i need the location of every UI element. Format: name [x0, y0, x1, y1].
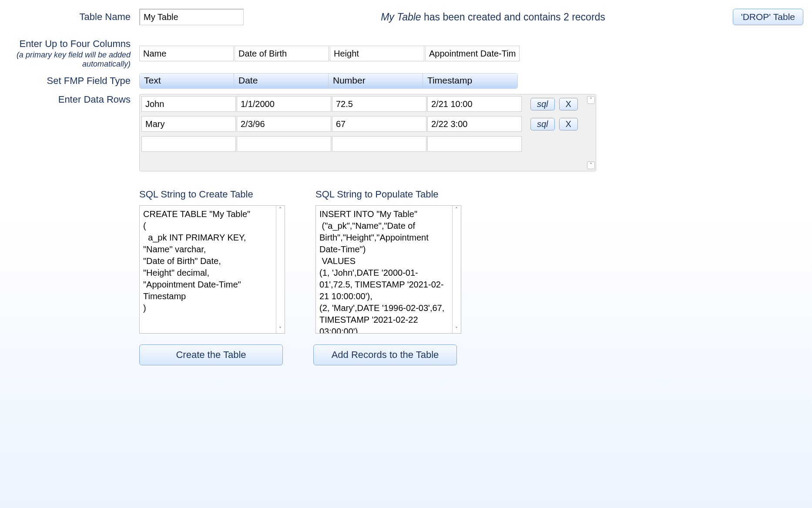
data-cell-r3c1[interactable] [141, 136, 236, 152]
label-columns-main: Enter Up to Four Columns [19, 38, 131, 49]
status-table-name: My Table [381, 11, 421, 23]
data-cell-r1c1[interactable] [141, 96, 236, 112]
label-columns-sub: (a primary key field will be added autom… [9, 50, 131, 69]
scroll-up-icon[interactable]: ˄ [587, 96, 595, 104]
table-name-input[interactable] [139, 9, 244, 25]
field-type-2[interactable]: Date [234, 74, 329, 88]
data-cell-r1c4[interactable] [427, 96, 522, 112]
label-field-type: Set FMP Field Type [9, 75, 139, 87]
label-table-name: Table Name [9, 11, 139, 23]
data-rows-panel: sql X sql X ˄ [139, 94, 596, 171]
row-sql-button[interactable]: sql [530, 98, 555, 110]
field-type-4[interactable]: Timestamp [423, 74, 517, 88]
column-name-4[interactable] [425, 46, 520, 61]
sql-populate-title: SQL String to Populate Table [315, 189, 461, 200]
sql-create-textarea[interactable] [140, 206, 276, 333]
label-data-rows: Enter Data Rows [9, 94, 139, 105]
data-panel-scrollbar[interactable]: ˄ ˅ [587, 96, 595, 169]
data-cell-r3c2[interactable] [237, 136, 331, 152]
data-cell-r2c2[interactable] [237, 116, 331, 132]
sql-populate-box: ˄ ˅ [315, 205, 461, 334]
column-name-1[interactable] [139, 46, 234, 61]
scroll-up-icon[interactable]: ˄ [276, 206, 284, 214]
label-columns: Enter Up to Four Columns (a primary key … [9, 38, 139, 69]
column-name-3[interactable] [330, 46, 424, 61]
data-cell-r1c2[interactable] [237, 96, 331, 112]
field-type-row: Text Date Number Timestamp [139, 73, 518, 89]
scroll-up-icon[interactable]: ˄ [453, 206, 460, 214]
status-rest: has been created and contains 2 records [421, 11, 605, 23]
data-row-empty [141, 136, 594, 152]
add-records-button[interactable]: Add Records to the Table [313, 344, 457, 365]
sql-populate-scrollbar[interactable]: ˄ ˅ [452, 206, 461, 333]
data-cell-r3c3[interactable] [332, 136, 426, 152]
row-sql-button[interactable]: sql [530, 118, 555, 130]
data-cell-r3c4[interactable] [427, 136, 522, 152]
sql-populate-textarea[interactable] [316, 206, 452, 333]
row-delete-button[interactable]: X [559, 118, 578, 130]
data-cell-r2c4[interactable] [427, 116, 522, 132]
field-type-1[interactable]: Text [140, 74, 234, 88]
sql-create-title: SQL String to Create Table [139, 189, 285, 200]
drop-table-button[interactable]: 'DROP' Table [733, 9, 803, 25]
data-cell-r1c3[interactable] [332, 96, 426, 112]
field-type-3[interactable]: Number [329, 74, 423, 88]
column-name-inputs [139, 46, 803, 61]
scroll-down-icon[interactable]: ˅ [587, 161, 595, 169]
data-cell-r2c1[interactable] [141, 116, 236, 132]
scroll-down-icon[interactable]: ˅ [276, 325, 284, 333]
data-cell-r2c3[interactable] [332, 116, 426, 132]
status-message: My Table has been created and contains 2… [261, 11, 725, 23]
column-name-2[interactable] [235, 46, 329, 61]
data-row: sql X [141, 96, 594, 112]
row-delete-button[interactable]: X [559, 98, 578, 110]
sql-create-scrollbar[interactable]: ˄ ˅ [276, 206, 285, 333]
sql-create-box: ˄ ˅ [139, 205, 285, 334]
create-table-button[interactable]: Create the Table [139, 344, 283, 365]
data-row: sql X [141, 116, 594, 132]
scroll-down-icon[interactable]: ˅ [453, 325, 460, 333]
